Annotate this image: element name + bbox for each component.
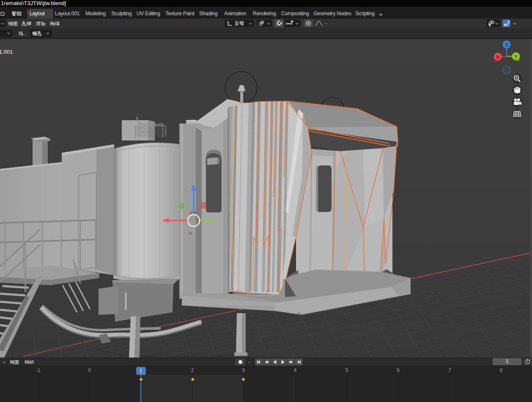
svg-text:Y: Y [515,55,518,59]
svg-text:1.001: 1.001 [0,49,13,55]
svg-text:X: X [496,55,499,60]
svg-text:Z: Z [505,43,508,47]
